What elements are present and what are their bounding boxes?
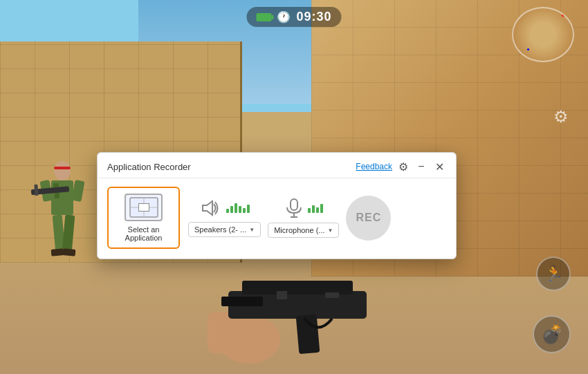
level-bar-5 <box>243 208 246 213</box>
speakers-dropdown[interactable]: Speakers (2- ... ▼ <box>188 222 261 237</box>
mic-icon-area <box>284 198 323 218</box>
select-app-label: Select an Application <box>109 225 178 242</box>
svg-rect-1 <box>54 167 71 169</box>
svg-marker-25 <box>203 201 212 215</box>
microphone-dropdown-label: Microphone (... <box>274 226 324 234</box>
svg-rect-18 <box>296 315 320 354</box>
level-bar-2 <box>230 206 233 213</box>
svg-rect-20 <box>277 291 287 299</box>
hud-top: 🕐 09:30 <box>246 7 341 27</box>
level-bar-4 <box>239 206 241 213</box>
gear-hud-icon[interactable]: ⚙ <box>553 107 569 127</box>
mic-bar-2 <box>312 205 315 213</box>
select-application-button[interactable]: Select an Application <box>107 187 180 249</box>
level-bar-1 <box>226 209 229 213</box>
speaker-icon <box>200 198 221 218</box>
mic-level-bars <box>308 204 323 213</box>
microphone-icon <box>284 198 304 218</box>
mic-bar-4 <box>320 204 323 213</box>
dialog-title: Application Recorder <box>107 162 191 172</box>
ammo-icon[interactable]: 💣 <box>533 315 571 353</box>
microphone-dropdown[interactable]: Microphone (... ▼ <box>268 223 339 238</box>
dialog-body: Select an Application <box>98 178 456 257</box>
minimize-button[interactable]: − <box>414 160 428 174</box>
minimap <box>512 7 574 62</box>
mic-bar-1 <box>308 208 311 213</box>
svg-rect-7 <box>72 180 85 202</box>
game-time: 09:30 <box>296 10 331 24</box>
speakers-dropdown-arrow: ▼ <box>249 227 255 233</box>
mic-bar-3 <box>316 207 319 213</box>
speakers-dropdown-label: Speakers (2- ... <box>194 225 246 234</box>
svg-rect-26 <box>291 199 297 210</box>
speaker-section: Speakers (2- ... ▼ <box>188 198 261 237</box>
svg-point-0 <box>54 161 71 180</box>
svg-rect-5 <box>55 193 59 198</box>
svg-rect-3 <box>53 183 59 187</box>
svg-rect-12 <box>51 248 64 256</box>
microphone-dropdown-arrow: ▼ <box>328 227 333 234</box>
microphone-section: Microphone (... ▼ <box>268 198 339 238</box>
settings-button[interactable]: ⚙ <box>396 160 410 174</box>
level-bar-3 <box>235 203 237 213</box>
speaker-icon-area <box>200 198 250 218</box>
level-bar-6 <box>247 205 250 213</box>
battery-icon <box>256 13 271 21</box>
record-button[interactable]: REC <box>346 196 391 241</box>
speaker-level-bars <box>226 203 250 213</box>
select-app-icon <box>125 194 163 221</box>
feedback-link[interactable]: Feedback <box>356 162 392 171</box>
svg-rect-13 <box>63 248 76 256</box>
application-recorder-dialog: Application Recorder Feedback ⚙ − ✕ Sele… <box>97 152 457 259</box>
svg-rect-19 <box>221 297 263 306</box>
clock-icon: 🕐 <box>277 10 291 24</box>
close-button[interactable]: ✕ <box>432 160 446 174</box>
svg-rect-21 <box>325 292 339 298</box>
svg-rect-11 <box>62 214 75 253</box>
dialog-controls: Feedback ⚙ − ✕ <box>356 160 446 174</box>
soldier-figure <box>21 136 104 284</box>
audio-controls: Speakers (2- ... ▼ <box>188 196 446 241</box>
dialog-titlebar: Application Recorder Feedback ⚙ − ✕ <box>98 153 456 178</box>
run-icon[interactable]: 🏃 <box>536 256 571 291</box>
